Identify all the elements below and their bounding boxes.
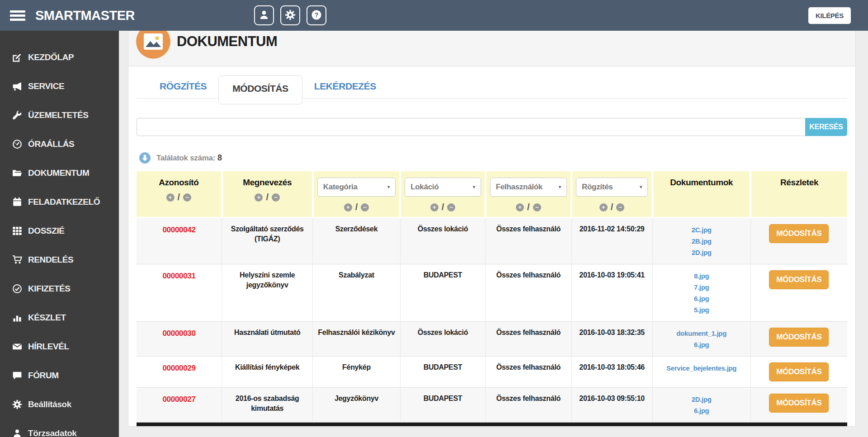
sidebar-item-kezd-lap[interactable]: KEZDŐLAP <box>0 43 119 72</box>
tab-módosítás[interactable]: MÓDOSÍTÁS <box>218 75 302 104</box>
sort-ascending-button[interactable]: + <box>344 203 352 211</box>
document-file-link[interactable]: dokument_1.jpg <box>656 328 747 339</box>
modify-button[interactable]: MÓDOSÍTÁS <box>769 362 829 381</box>
created-timestamp-cell: 2016-10-03 09:55:10 <box>571 388 652 423</box>
documents-cell: 2D.jpg6.jpg <box>652 388 750 423</box>
document-file-link[interactable]: 6.jpg <box>656 405 747 416</box>
document-file-link[interactable]: 2D.jpg <box>656 394 747 405</box>
document-name-cell: Helyszíni szemle jegyzőkönyv <box>222 264 313 322</box>
documents-cell: dokument_1.jpg6.jpg <box>652 322 750 357</box>
logout-button[interactable]: KILÉPÉS <box>808 7 851 24</box>
document-file-link[interactable]: Service_bejelentes.jpg <box>656 362 747 374</box>
sort-descending-button[interactable]: − <box>616 203 624 211</box>
sidebar-item-feladatkezel-[interactable]: FELADATKEZELŐ <box>0 188 119 216</box>
document-file-link[interactable]: 2D.jpg <box>656 247 747 258</box>
rögzítés-filter-select[interactable]: Rögzítés▼ <box>576 178 648 197</box>
table-row: 00000042Szolgáltató szerződés (TIGÁZ)Sze… <box>137 218 847 264</box>
tab-rögzítés[interactable]: RÖGZÍTÉS <box>148 75 218 98</box>
table-row: 00000031Helyszíni szemle jegyzőkönyvSzab… <box>137 264 847 322</box>
sort-controls: +/− <box>405 202 481 212</box>
topbar-user-icon-button[interactable] <box>254 5 274 25</box>
chevron-down-icon: ▼ <box>639 185 643 189</box>
search-input[interactable] <box>137 118 805 136</box>
document-panel: DOKUMENTUM RÖGZÍTÉSMÓDOSÍTÁSLEKÉRDEZÉS K… <box>128 17 856 427</box>
sort-ascending-button[interactable]: + <box>599 203 608 211</box>
sort-descending-button[interactable]: − <box>183 193 191 202</box>
gear-icon <box>285 9 296 22</box>
column-header-felhasználók: Felhasználók▼+/− <box>486 171 571 218</box>
document-name-cell: Kiállítási fényképek <box>222 357 313 388</box>
sidebar-item-rendel-s[interactable]: RENDELÉS <box>0 245 119 274</box>
sidebar-item-label: RENDELÉS <box>28 255 73 265</box>
gauge-icon <box>12 139 22 149</box>
sort-ascending-button[interactable]: + <box>430 203 439 211</box>
created-timestamp-cell: 2016-10-03 18:32:35 <box>571 322 652 357</box>
sidebar-item-k-szlet[interactable]: KÉSZLET <box>0 303 119 332</box>
sort-ascending-button[interactable]: + <box>516 203 524 211</box>
document-file-link[interactable]: 8.jpg <box>656 270 747 282</box>
column-header-megnevezés: Megnevezés+/− <box>222 171 313 218</box>
cart-icon <box>12 255 22 265</box>
sort-separator: / <box>178 192 180 202</box>
menu-icon[interactable] <box>10 9 25 23</box>
document-file-link[interactable]: 2C.jpg <box>656 224 747 235</box>
column-label: Részletek <box>755 178 844 188</box>
sidebar-item-be-ll-t-sok[interactable]: Beállítások <box>0 390 119 419</box>
users-cell: Összes felhasználó <box>486 357 571 388</box>
document-file-link[interactable]: 6.jpg <box>656 293 747 304</box>
modify-button[interactable]: MÓDOSÍTÁS <box>769 328 829 347</box>
sort-descending-button[interactable]: − <box>272 193 280 202</box>
location-cell: BUDAPEST <box>400 264 486 322</box>
sidebar-item-label: KIFIZETÉS <box>28 284 71 294</box>
topbar-gear-icon-button[interactable] <box>280 5 300 25</box>
modify-button[interactable]: MÓDOSÍTÁS <box>769 270 829 289</box>
sort-descending-button[interactable]: − <box>447 203 455 211</box>
kategória-filter-select[interactable]: Kategória▼ <box>317 178 396 197</box>
sidebar-item-kifizet-s[interactable]: KIFIZETÉS <box>0 274 119 303</box>
topbar-help-icon-button[interactable]: ? <box>307 5 326 25</box>
sidebar-item--ra-ll-s[interactable]: ÓRAÁLLÁS <box>0 130 119 159</box>
sort-descending-button[interactable]: − <box>533 203 541 211</box>
tab-lekérdezés[interactable]: LEKÉRDEZÉS <box>302 75 388 98</box>
details-cell: MÓDOSÍTÁS <box>750 388 847 423</box>
sort-descending-button[interactable]: − <box>361 203 369 211</box>
down-arrow-circle-icon[interactable] <box>139 152 151 164</box>
sidebar-item-f-rum[interactable]: FÓRUM <box>0 361 119 390</box>
main-content: DOKUMENTUM RÖGZÍTÉSMÓDOSÍTÁSLEKÉRDEZÉS K… <box>119 0 868 427</box>
sidebar-item-t-rzsadatok[interactable]: Törzsadatok <box>0 419 119 437</box>
sidebar-item-service[interactable]: SERVICE <box>0 72 119 101</box>
modify-button[interactable]: MÓDOSÍTÁS <box>769 394 829 413</box>
documents-cell: 2C.jpg2B.jpg2D.jpg <box>652 218 750 264</box>
user-icon <box>259 9 269 22</box>
sidebar-item--zemeltet-s[interactable]: ÜZEMELTETÉS <box>0 101 119 130</box>
sidebar-item-dokumentum[interactable]: DOKUMENTUM <box>0 159 119 188</box>
location-cell: BUDAPEST <box>400 388 486 423</box>
location-cell: Összes lokáció <box>400 218 486 264</box>
sidebar-item-label: ÓRAÁLLÁS <box>28 139 74 149</box>
selected-option-label: Kategória <box>323 183 358 192</box>
sort-controls: +/− <box>226 192 308 202</box>
document-file-link[interactable]: 2B.jpg <box>656 235 747 247</box>
search-button[interactable]: KERESÉS <box>805 118 847 136</box>
document-file-link[interactable]: 6.jpg <box>656 339 747 350</box>
panel-body: RÖGZÍTÉSMÓDOSÍTÁSLEKÉRDEZÉS KERESÉS Talá… <box>128 66 855 426</box>
sort-separator: / <box>611 202 613 212</box>
felhasználók-filter-select[interactable]: Felhasználók▼ <box>490 178 567 197</box>
sort-ascending-button[interactable]: + <box>166 193 175 202</box>
sidebar-item-h-rlev-l[interactable]: HÍRLEVÉL <box>0 332 119 361</box>
sort-ascending-button[interactable]: + <box>255 193 263 202</box>
document-file-link[interactable]: 7.jpg <box>656 282 747 293</box>
sidebar-item-label: HÍRLEVÉL <box>28 342 69 352</box>
table-row: 000000272016-os szabadság kimutatásJegyz… <box>137 388 847 423</box>
column-header-lokáció: Lokáció▼+/− <box>400 171 486 218</box>
selected-option-label: Rögzítés <box>582 183 613 192</box>
modify-button[interactable]: MÓDOSÍTÁS <box>769 224 829 243</box>
gear-icon <box>12 399 22 409</box>
sidebar-item-dosszi-[interactable]: DOSSZIÉ <box>0 216 119 245</box>
results-count: 8 <box>217 153 222 163</box>
document-name-cell: 2016-os szabadság kimutatás <box>222 388 313 423</box>
document-file-link[interactable]: 5.jpg <box>656 304 747 315</box>
folder-icon <box>12 168 22 178</box>
search-bar: KERESÉS <box>137 118 847 136</box>
lokáció-filter-select[interactable]: Lokáció▼ <box>405 178 481 197</box>
